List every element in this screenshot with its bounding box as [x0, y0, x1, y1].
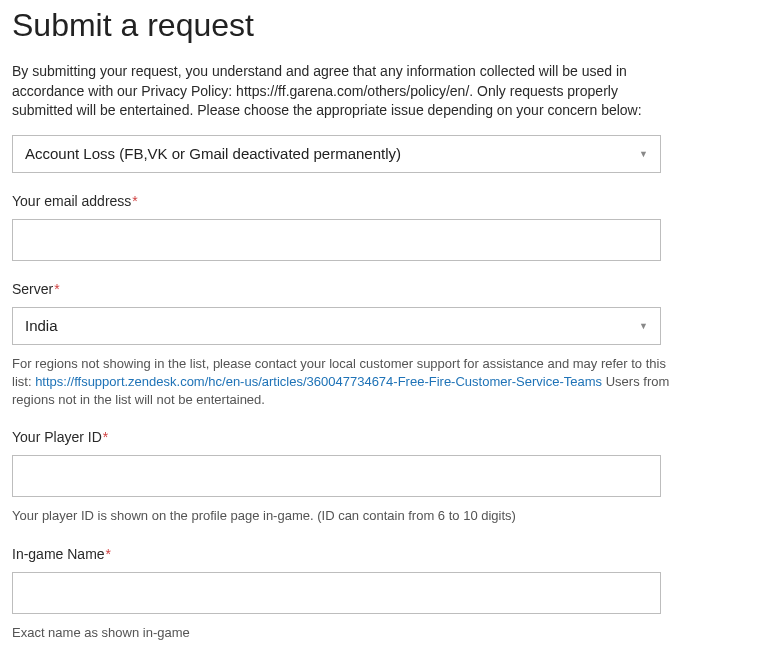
chevron-down-icon: ▼: [639, 149, 648, 159]
email-label-text: Your email address: [12, 193, 131, 209]
server-hint-link[interactable]: https://ffsupport.zendesk.com/hc/en-us/a…: [35, 374, 602, 389]
server-label-text: Server: [12, 281, 53, 297]
required-asterisk: *: [54, 281, 59, 297]
issue-selected-value: Account Loss (FB,VK or Gmail deactivated…: [25, 145, 401, 162]
player-id-label-text: Your Player ID: [12, 429, 102, 445]
player-id-input[interactable]: [12, 455, 661, 497]
required-asterisk: *: [132, 193, 137, 209]
email-label: Your email address*: [12, 193, 761, 209]
issue-select[interactable]: Account Loss (FB,VK or Gmail deactivated…: [12, 135, 661, 173]
server-select[interactable]: India ▼: [12, 307, 661, 345]
ingame-name-label: In-game Name*: [12, 546, 761, 562]
chevron-down-icon: ▼: [639, 321, 648, 331]
intro-text: By submitting your request, you understa…: [12, 62, 672, 121]
ingame-name-input[interactable]: [12, 572, 661, 614]
server-label: Server*: [12, 281, 761, 297]
player-id-label: Your Player ID*: [12, 429, 761, 445]
ingame-name-hint: Exact name as shown in-game: [12, 624, 672, 642]
page-title: Submit a request: [12, 7, 761, 44]
required-asterisk: *: [103, 429, 108, 445]
email-input[interactable]: [12, 219, 661, 261]
server-selected-value: India: [25, 317, 58, 334]
server-hint: For regions not showing in the list, ple…: [12, 355, 672, 410]
required-asterisk: *: [106, 546, 111, 562]
ingame-name-label-text: In-game Name: [12, 546, 105, 562]
player-id-hint: Your player ID is shown on the profile p…: [12, 507, 672, 525]
